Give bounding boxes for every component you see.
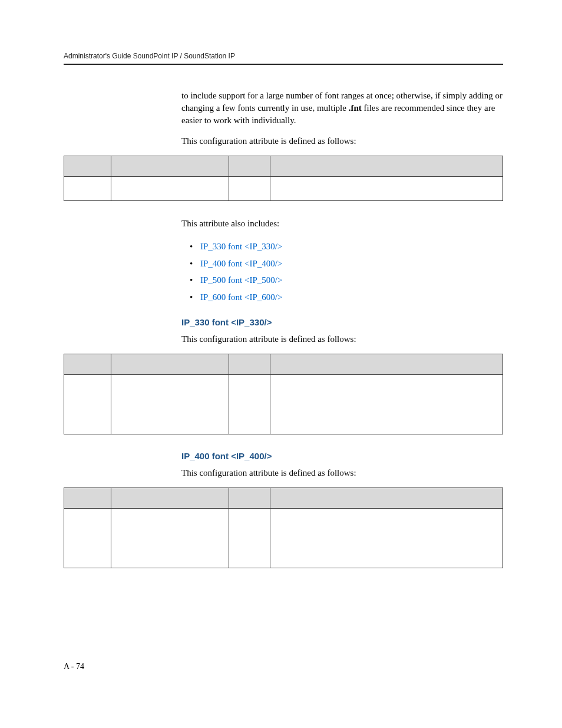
table-cell	[270, 375, 503, 434]
table-cell	[229, 177, 270, 201]
link-ip400[interactable]: IP_400 font <IP_400/>	[200, 259, 282, 268]
list-item: IP_330 font <IP_330/>	[190, 238, 503, 255]
section-ip400-block: IP_400 font <IP_400/> This configuration…	[181, 451, 503, 479]
list-item: IP_400 font <IP_400/>	[190, 255, 503, 272]
link-ip600[interactable]: IP_600 font <IP_600/>	[200, 292, 282, 302]
link-ip330[interactable]: IP_330 font <IP_330/>	[200, 242, 282, 251]
table-cell	[111, 177, 229, 201]
table-header-row	[64, 156, 503, 177]
table-cell	[64, 375, 111, 434]
table-header-cell	[111, 488, 229, 509]
also-includes-block: This attribute also includes: IP_330 fon…	[181, 218, 503, 345]
table-header-cell	[270, 156, 503, 177]
table-cell	[229, 375, 270, 434]
table-header-cell	[64, 156, 111, 177]
para-ip330: This configuration attribute is defined …	[181, 333, 503, 345]
table-header-cell	[111, 354, 229, 375]
list-item: IP_600 font <IP_600/>	[190, 289, 503, 306]
table-header-cell	[270, 354, 503, 375]
table-cell	[64, 509, 111, 568]
heading-ip330: IP_330 font <IP_330/>	[181, 317, 503, 327]
list-item: IP_500 font <IP_500/>	[190, 272, 503, 289]
intro-paragraph-2: This configuration attribute is defined …	[181, 135, 503, 147]
table-cell	[64, 177, 111, 201]
table-header-cell	[64, 354, 111, 375]
table-row	[64, 509, 503, 568]
intro-paragraph-1: to include support for a large number of…	[181, 90, 503, 127]
table-header-cell	[64, 488, 111, 509]
page-number: A - 74	[64, 662, 84, 671]
running-header: Administrator's Guide SoundPoint IP / So…	[64, 52, 503, 65]
intro-bold-fnt: .fnt	[349, 103, 362, 113]
table-cell	[270, 177, 503, 201]
also-includes-text: This attribute also includes:	[181, 218, 503, 230]
table-row	[64, 375, 503, 434]
table-header-row	[64, 354, 503, 375]
table-header-cell	[229, 354, 270, 375]
document-page: Administrator's Guide SoundPoint IP / So…	[0, 0, 562, 728]
table-cell	[111, 509, 229, 568]
body-content: to include support for a large number of…	[181, 90, 503, 147]
table-header-cell	[270, 488, 503, 509]
attribute-table-main	[64, 156, 503, 201]
heading-ip400: IP_400 font <IP_400/>	[181, 451, 503, 461]
attribute-table-ip400	[64, 487, 503, 568]
table-cell	[229, 509, 270, 568]
table-header-cell	[229, 156, 270, 177]
para-ip400: This configuration attribute is defined …	[181, 467, 503, 479]
bullet-list: IP_330 font <IP_330/> IP_400 font <IP_40…	[190, 238, 503, 305]
table-row	[64, 177, 503, 201]
table-cell	[111, 375, 229, 434]
link-ip500[interactable]: IP_500 font <IP_500/>	[200, 275, 282, 285]
attribute-table-ip330	[64, 354, 503, 434]
table-cell	[270, 509, 503, 568]
table-header-cell	[229, 488, 270, 509]
table-header-cell	[111, 156, 229, 177]
table-header-row	[64, 488, 503, 509]
